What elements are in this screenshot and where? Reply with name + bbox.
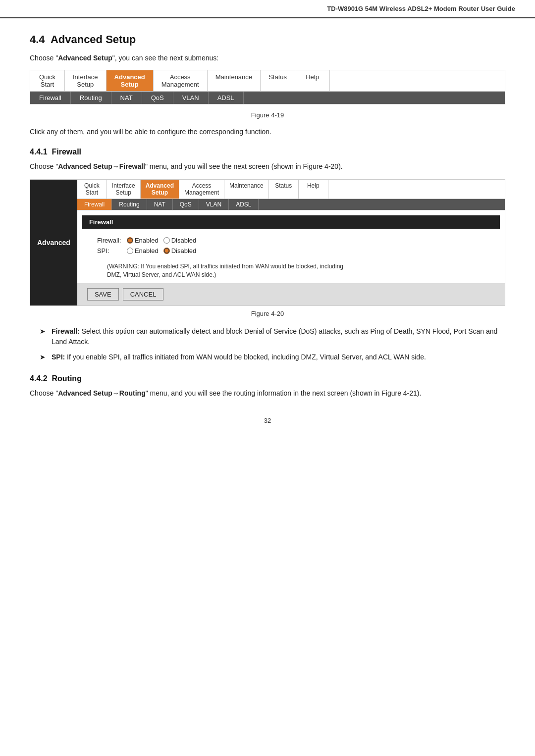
figure20-caption: Figure 4-20 [30, 310, 505, 317]
spi-radio-group[interactable]: Enabled Disabled [127, 247, 196, 254]
nav-sub-adsl[interactable]: ADSL [209, 92, 244, 104]
spi-warning: (WARNING: If You enabled SPI, all traffi… [107, 262, 505, 279]
firewall-disabled-text: Disabled [171, 237, 197, 244]
figure-left-label: Advanced [30, 180, 77, 305]
bullet-bold-2: SPI: [52, 353, 65, 361]
bullet-text-1: Firewall: Select this option can automat… [52, 326, 505, 347]
figure-19-nav: QuickStart InterfaceSetup AdvancedSetup … [30, 70, 505, 104]
section-label: Advanced Setup [51, 33, 136, 46]
button-row: SAVE CANCEL [77, 283, 505, 305]
fig20-sub-firewall[interactable]: Firewall [77, 199, 112, 210]
nav-sub-vlan[interactable]: VLAN [173, 92, 209, 104]
fw-intro-bold: Advanced Setup→Firewall [58, 162, 145, 170]
page-number: 32 [30, 417, 505, 424]
bullet-item-spi: ➤ SPI: If you enable SPI, all traffics i… [40, 352, 505, 362]
figure-20-right: QuickStart InterfaceSetup AdvancedSetup … [77, 180, 505, 305]
section-number: 4.4 [30, 33, 45, 46]
fig20-nav-help[interactable]: Help [299, 180, 328, 199]
figure-20-inner: Advanced QuickStart InterfaceSetup Advan… [30, 180, 505, 305]
nav-status[interactable]: Status [261, 70, 295, 91]
spi-disabled-label[interactable]: Disabled [163, 247, 197, 254]
cancel-button[interactable]: CANCEL [123, 288, 164, 301]
fig20-nav-quick-start[interactable]: QuickStart [77, 180, 107, 199]
firewall-enabled-radio[interactable] [127, 237, 133, 244]
spi-enabled-label[interactable]: Enabled [127, 247, 159, 254]
figure-20: Advanced QuickStart InterfaceSetup Advan… [30, 179, 505, 306]
nav-sub-routing[interactable]: Routing [71, 92, 111, 104]
figure19-caption: Figure 4-19 [30, 111, 505, 119]
spi-disabled-text: Disabled [171, 247, 197, 254]
spi-row: SPI: Enabled Disabled [97, 247, 495, 254]
intro-text: Choose "Advanced Setup", you can see the… [30, 54, 505, 62]
spi-enabled-text: Enabled [135, 247, 159, 254]
fig20-sub-vlan[interactable]: VLAN [199, 199, 229, 210]
firewall-disabled-radio[interactable] [163, 237, 170, 244]
section-title: 4.4 Advanced Setup [30, 33, 505, 46]
click-body-text: Click any of them, and you will be able … [30, 128, 505, 136]
bullet-body-2: If you enable SPI, all traffics initiate… [65, 353, 426, 361]
firewall-form: Firewall: Enabled Disabled [77, 232, 505, 262]
spi-disabled-radio[interactable] [163, 248, 170, 254]
header-title: TD-W8901G 54M Wireless ADSL2+ Modem Rout… [327, 5, 515, 12]
nav-quick-start[interactable]: QuickStart [30, 70, 65, 91]
fig20-nav-bottom: Firewall Routing NAT QoS VLAN ADSL [77, 199, 505, 210]
fig20-sub-routing[interactable]: Routing [112, 199, 147, 210]
nav-sub-qos[interactable]: QoS [142, 92, 173, 104]
nav-interface-setup[interactable]: InterfaceSetup [65, 70, 107, 91]
bullet-body-1: Select this option can automatically det… [52, 327, 497, 346]
nav-help[interactable]: Help [295, 70, 330, 91]
firewall-radio-group[interactable]: Enabled Disabled [127, 237, 196, 244]
spi-enabled-radio[interactable] [127, 248, 133, 254]
firewall-enabled-text: Enabled [135, 237, 159, 244]
fig20-nav-interface-setup[interactable]: InterfaceSetup [107, 180, 141, 199]
bullet-arrow-2: ➤ [40, 352, 48, 362]
bullet-list: ➤ Firewall: Select this option can autom… [40, 326, 505, 362]
main-content: 4.4 Advanced Setup Choose "Advanced Setu… [0, 18, 535, 439]
nav-access-mgmt[interactable]: AccessManagement [154, 70, 208, 91]
nav-sub-firewall[interactable]: Firewall [30, 92, 71, 104]
fig20-nav-top: QuickStart InterfaceSetup AdvancedSetup … [77, 180, 505, 199]
subsection-442-title: 4.4.2 Routing [30, 374, 505, 383]
nav-maintenance[interactable]: Maintenance [208, 70, 261, 91]
bullet-item-firewall: ➤ Firewall: Select this option can autom… [40, 326, 505, 347]
intro-bold: Advanced Setup [58, 54, 112, 62]
spi-label: SPI: [97, 247, 127, 254]
firewall-row: Firewall: Enabled Disabled [97, 237, 495, 244]
subsection-441-title: 4.4.1 Firewall [30, 148, 505, 156]
subsection-441-intro: Choose "Advanced Setup→Firewall" menu, a… [30, 162, 505, 170]
save-button[interactable]: SAVE [87, 288, 119, 301]
fig20-sub-nat[interactable]: NAT [147, 199, 173, 210]
fig20-nav-status[interactable]: Status [269, 180, 299, 199]
firewall-label: Firewall: [97, 237, 127, 244]
nav-bottom-bar: Firewall Routing NAT QoS VLAN ADSL [30, 92, 505, 104]
fig20-sub-qos[interactable]: QoS [173, 199, 199, 210]
nav-sub-nat[interactable]: NAT [111, 92, 142, 104]
fig20-nav-advanced-setup[interactable]: AdvancedSetup [141, 180, 179, 199]
subsection-442-intro: Choose "Advanced Setup→Routing" menu, an… [30, 389, 505, 397]
fig20-sub-adsl[interactable]: ADSL [229, 199, 259, 210]
firewall-enabled-label[interactable]: Enabled [127, 237, 159, 244]
firewall-title-bar: Firewall [82, 215, 500, 229]
fig20-nav-maintenance[interactable]: Maintenance [224, 180, 269, 199]
bullet-bold-1: Firewall: [52, 327, 80, 335]
nav-advanced-setup[interactable]: AdvancedSetup [107, 70, 154, 91]
bullet-arrow-1: ➤ [40, 326, 48, 347]
page-header: TD-W8901G 54M Wireless ADSL2+ Modem Rout… [0, 0, 535, 18]
nav-top-bar: QuickStart InterfaceSetup AdvancedSetup … [30, 70, 505, 92]
bullet-text-2: SPI: If you enable SPI, all traffics ini… [52, 352, 426, 362]
fig20-nav-access-mgmt[interactable]: AccessManagement [179, 180, 224, 199]
firewall-disabled-label[interactable]: Disabled [163, 237, 197, 244]
routing-intro-bold: Advanced Setup→Routing [58, 389, 146, 397]
